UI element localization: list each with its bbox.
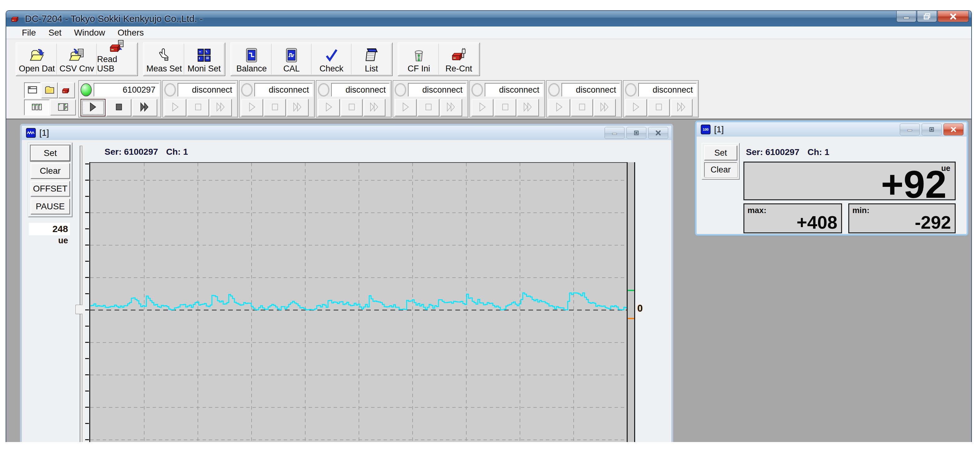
chart-header-serial: Ser: 6100297	[105, 147, 158, 157]
restore-icon	[928, 126, 935, 133]
restore-button[interactable]	[917, 11, 937, 22]
stop-button[interactable]	[418, 99, 439, 116]
toolbar-group-2: Meas SetMoni Set	[143, 43, 225, 76]
toolbar-button-re-cnt[interactable]: Re-Cnt	[439, 44, 479, 75]
toolbar-button-moni-set[interactable]: Moni Set	[184, 44, 224, 75]
chart-header-channel: Ch: 1	[166, 147, 188, 157]
play-button[interactable]	[548, 99, 570, 116]
title-bar[interactable]: DC-7204 - Tokyo Sokki Kenkyujo Co.,Ltd. …	[6, 11, 971, 27]
y-axis-tick	[85, 358, 89, 359]
stop-button[interactable]	[648, 99, 670, 116]
restore-icon	[922, 12, 932, 21]
play-button[interactable]	[625, 99, 647, 116]
channel-label: disconnect	[485, 83, 543, 97]
zero-position-slider[interactable]	[80, 146, 83, 442]
fast-forward-button[interactable]	[364, 99, 385, 116]
digital-clear-button[interactable]: Clear	[704, 162, 737, 177]
stop-button[interactable]	[107, 99, 131, 116]
zero-position-slider-thumb[interactable]	[76, 305, 86, 314]
menu-item-window[interactable]: Window	[68, 27, 111, 39]
close-icon	[950, 126, 957, 133]
csv-convert-icon	[69, 46, 84, 64]
close-icon	[948, 12, 958, 21]
toolbar-button-label: CAL	[283, 64, 300, 73]
play-button[interactable]	[472, 99, 493, 116]
monitor-settings-icon	[196, 46, 212, 64]
toolbar-button-csv-cnv[interactable]: CSV Cnv	[57, 44, 97, 75]
minimize-button[interactable]	[896, 11, 916, 22]
chart-restore-button[interactable]	[627, 127, 646, 139]
fast-forward-button[interactable]	[210, 99, 232, 116]
channel-list-button[interactable]	[24, 100, 49, 116]
stop-button[interactable]	[571, 99, 593, 116]
toolbar-button-cal[interactable]: CAL	[272, 44, 312, 75]
y-axis-tick	[85, 439, 89, 440]
digital-window: 100 [1] SetClear Ser: 6100	[695, 121, 968, 235]
fast-forward-button[interactable]	[441, 99, 462, 116]
play-button[interactable]	[164, 99, 186, 116]
digital-window-title-bar[interactable]: 100 [1]	[697, 122, 967, 136]
fast-forward-button[interactable]	[132, 99, 157, 116]
y-axis-tick	[85, 407, 89, 408]
channel-panel-2: disconnect	[162, 80, 238, 117]
device-view-icon	[62, 84, 72, 97]
play-button[interactable]	[318, 99, 340, 116]
channel-panel-1: 6100297	[78, 80, 161, 117]
toolbar-button-meas-set[interactable]: Meas Set	[144, 44, 184, 75]
channel-panel-3: disconnect	[239, 80, 315, 117]
stop-button[interactable]	[341, 99, 363, 116]
ff-icon	[291, 101, 304, 114]
menu-item-set[interactable]: Set	[42, 27, 68, 39]
digital-minimize-button[interactable]	[900, 124, 920, 135]
digital-restore-button[interactable]	[922, 124, 942, 135]
chart-clear-button[interactable]: Clear	[30, 163, 70, 179]
stop-button[interactable]	[187, 99, 209, 116]
channel-label: disconnect	[255, 83, 313, 97]
toolbar-button-label: Moni Set	[188, 64, 221, 73]
digital-set-button[interactable]: Set	[704, 145, 737, 160]
y-axis-tick	[85, 261, 89, 262]
fast-forward-button[interactable]	[287, 99, 309, 116]
toolbar-button-open-dat[interactable]: Open Dat	[17, 44, 57, 75]
window-view-button[interactable]	[24, 83, 41, 98]
chart-set-button[interactable]: Set	[30, 145, 70, 161]
play-button[interactable]	[81, 99, 105, 116]
led-off-indicator	[318, 83, 329, 97]
stop-icon	[576, 101, 588, 114]
digital-header-serial: Ser: 6100297	[746, 147, 799, 157]
toolbar-button-check[interactable]: Check	[312, 44, 352, 75]
toolbar-button-label: CF Ini	[407, 64, 430, 73]
play-icon	[169, 101, 181, 114]
window-title: DC-7204 - Tokyo Sokki Kenkyujo Co.,Ltd. …	[25, 13, 203, 24]
fast-forward-button[interactable]	[671, 99, 692, 116]
current-value: +92	[881, 165, 947, 204]
window-controls	[896, 11, 969, 22]
menu-item-file[interactable]: File	[16, 27, 42, 39]
play-button[interactable]	[395, 99, 417, 116]
stop-button[interactable]	[494, 99, 516, 116]
device-view-button[interactable]	[58, 83, 75, 98]
toolbar-button-read-usb[interactable]: Read USB	[97, 44, 137, 75]
toolbar-button-balance[interactable]: Balance	[232, 44, 272, 75]
menu-item-others[interactable]: Others	[111, 27, 150, 39]
close-button[interactable]	[937, 11, 969, 22]
play-button[interactable]	[241, 99, 263, 116]
led-off-indicator	[625, 83, 636, 97]
chart-pause-button[interactable]: PAUSE	[30, 199, 70, 214]
stop-button[interactable]	[264, 99, 286, 116]
digital-close-button[interactable]	[943, 124, 964, 135]
fast-forward-button[interactable]	[517, 99, 539, 116]
toolbar-button-cf-ini[interactable]: CF Ini	[399, 44, 439, 75]
chart-minimize-button[interactable]	[605, 127, 625, 139]
chart-window-title-bar[interactable]: [1]	[22, 126, 671, 140]
scale-unit: ue	[29, 236, 70, 246]
chart-offset-button[interactable]: OFFSET	[30, 181, 70, 197]
fast-forward-button[interactable]	[594, 99, 616, 116]
toolbar-button-label: Open Dat	[19, 64, 55, 73]
desktop: { "window": { "title": "DC-7204 - Tokyo …	[0, 0, 980, 457]
folder-view-button[interactable]	[41, 83, 58, 98]
channel-layout-button[interactable]	[50, 100, 76, 116]
toolbar-button-list[interactable]: List	[352, 44, 391, 75]
channel-label: disconnect	[562, 83, 620, 97]
chart-close-button[interactable]	[648, 127, 668, 139]
